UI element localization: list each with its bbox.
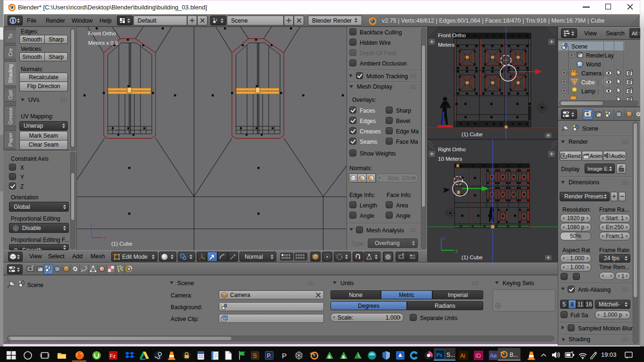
svg-text:(1) Cube: (1) Cube xyxy=(462,132,483,137)
svg-text:X: X xyxy=(328,354,330,359)
svg-text:Meters x 0.5: Meters x 0.5 xyxy=(88,40,118,46)
svg-text:x: x xyxy=(104,235,107,240)
svg-text:P: P xyxy=(282,352,287,360)
svg-text:z: z xyxy=(443,235,446,240)
svg-text:Ps: Ps xyxy=(437,352,443,358)
svg-text:S: S xyxy=(253,353,257,359)
svg-text:y: y xyxy=(455,248,458,253)
svg-text:(1) Cube: (1) Cube xyxy=(111,241,132,247)
svg-text:Meters: Meters xyxy=(438,42,454,48)
svg-text:z: z xyxy=(93,222,95,227)
svg-text:X: X xyxy=(342,354,345,359)
svg-text:(1) Cube: (1) Cube xyxy=(462,255,483,260)
svg-text:Ae: Ae xyxy=(490,353,497,359)
svg-text:ID: ID xyxy=(475,353,481,359)
svg-text:Front Ortho: Front Ortho xyxy=(438,33,466,38)
svg-text:P.: P. xyxy=(267,353,272,359)
svg-text:Right Ortho: Right Ortho xyxy=(438,147,466,152)
svg-text:Fz: Fz xyxy=(110,353,116,359)
svg-text:10 Meters: 10 Meters xyxy=(438,156,462,162)
svg-text:Front Ortho: Front Ortho xyxy=(88,31,116,36)
svg-text:Ai: Ai xyxy=(460,353,465,359)
